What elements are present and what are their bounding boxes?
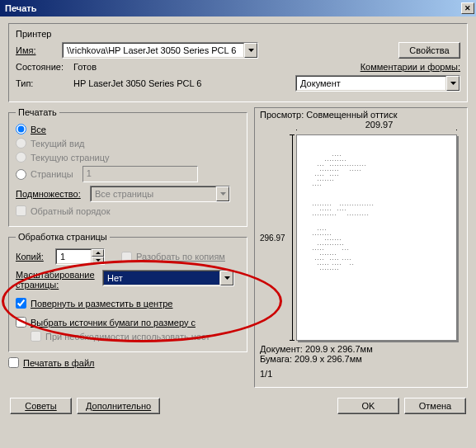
printer-group: Принтер Имя: \\richkova\HP LaserJet 3050… <box>8 23 468 102</box>
rotate-check[interactable]: Повернуть и разместить в центре <box>16 298 240 309</box>
copies-label: Копий: <box>16 252 55 262</box>
ok-button[interactable]: OK <box>337 398 399 414</box>
printer-section-label: Принтер <box>16 29 51 39</box>
copies-input[interactable] <box>56 249 92 264</box>
window-title: Печать <box>5 3 461 13</box>
reverse-check: Обратный порядок <box>16 205 240 216</box>
printer-name-value: \\richkova\HP LaserJet 3050 Series PCL 6 <box>63 43 244 58</box>
spin-down-icon[interactable] <box>92 257 104 264</box>
comments-combo[interactable]: Документ <box>295 75 460 92</box>
tips-button[interactable]: Советы <box>10 398 72 414</box>
paper-dim: Бумага: 209.9 x 296.7мм <box>260 354 462 364</box>
titlebar: Печать ✕ <box>0 0 476 17</box>
print-range-group: Печатать Все Текущий вид Текущую страниц… <box>8 107 247 227</box>
advanced-button[interactable]: Дополнительно <box>77 398 160 414</box>
page-counter: 1/1 <box>260 369 462 379</box>
type-label: Тип: <box>16 78 73 88</box>
scale-label: Масштабирование страницы: <box>16 270 102 290</box>
state-label: Состояние: <box>16 62 73 72</box>
close-button[interactable]: ✕ <box>461 2 474 14</box>
chevron-down-icon[interactable] <box>446 76 460 91</box>
ruler-left: 296.97 <box>260 134 296 341</box>
paper-source-check[interactable]: Выбрать источник бумаги по размеру с <box>16 317 240 328</box>
preview-label: Просмотр: Совмещенный оттиск <box>260 110 462 120</box>
comments-value: Документ <box>296 76 446 91</box>
radio-current-page: Текущую страницу <box>16 152 240 163</box>
page-handling-legend: Обработка страницы <box>16 232 110 242</box>
radio-current-view: Текущий вид <box>16 138 240 149</box>
type-value: HP LaserJet 3050 Series PCL 6 <box>73 78 201 88</box>
page-handling-group: Обработка страницы Копий: Разобрать по к… <box>8 232 247 352</box>
subset-label: Подмножество: <box>16 189 90 199</box>
scale-value: Нет <box>103 271 220 285</box>
print-range-legend: Печатать <box>16 107 59 117</box>
radio-all[interactable]: Все <box>16 124 240 134</box>
scale-combo[interactable]: Нет <box>102 270 234 286</box>
preview-page: .... ......... ... ............... .....… <box>296 134 457 341</box>
comments-label: Комментарии и формы: <box>361 62 460 72</box>
copies-spinner[interactable] <box>55 248 105 265</box>
doc-dim: Документ: 209.9 x 296.7мм <box>260 344 462 354</box>
print-to-file-check[interactable]: Печатать в файл <box>8 357 247 368</box>
preview-height: 296.97 <box>260 233 285 243</box>
subset-combo: Все страницы <box>90 186 230 202</box>
radio-pages[interactable]: Страницы 1 <box>16 166 240 182</box>
printer-name-combo[interactable]: \\richkova\HP LaserJet 3050 Series PCL 6 <box>62 42 258 59</box>
properties-button[interactable]: Свойства <box>398 42 460 59</box>
chevron-down-icon <box>216 186 229 201</box>
collate-check: Разобрать по копиям <box>121 252 225 262</box>
pages-input: 1 <box>82 166 198 182</box>
custom-paper-check: При необходимости использовать нест <box>31 331 240 342</box>
chevron-down-icon[interactable] <box>244 43 257 58</box>
printer-name-label: Имя: <box>16 45 62 55</box>
preview-group: Просмотр: Совмещенный оттиск 209.97 296.… <box>254 107 468 388</box>
preview-width: 209.97 <box>361 120 398 130</box>
radio-all-input[interactable] <box>16 124 26 134</box>
preview-thumbnail: .... ......... ... ............... .....… <box>312 152 374 271</box>
spin-up-icon[interactable] <box>92 249 104 257</box>
chevron-down-icon[interactable] <box>220 271 233 285</box>
cancel-button[interactable]: Отмена <box>404 398 466 414</box>
state-value: Готов <box>73 62 97 72</box>
